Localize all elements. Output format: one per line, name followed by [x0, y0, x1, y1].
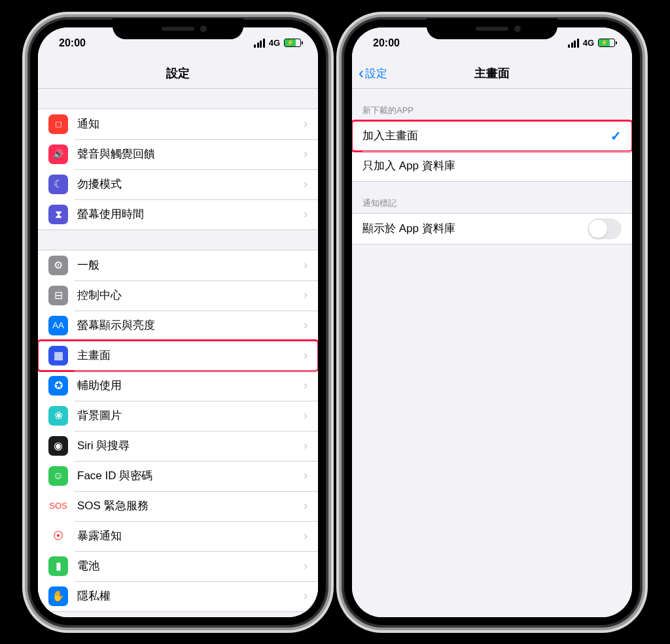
- new-download-options: 加入主畫面✓只加入 App 資料庫: [352, 120, 632, 182]
- back-button[interactable]: ‹ 設定: [359, 65, 387, 81]
- row-label: 一般: [77, 258, 304, 273]
- row-label: 只加入 App 資料庫: [362, 158, 622, 173]
- dnd-icon: ☾: [48, 175, 68, 194]
- settings-row-notifications[interactable]: ◻︎通知›: [38, 109, 318, 139]
- chevron-right-icon: ›: [304, 177, 308, 191]
- row-label: 隱私權: [77, 588, 304, 603]
- row-show-in-app-library[interactable]: 顯示於 App 資料庫: [352, 214, 632, 244]
- settings-row-dnd[interactable]: ☾勿擾模式›: [38, 169, 318, 199]
- siri-icon: ◉: [48, 436, 68, 456]
- badge-options: 顯示於 App 資料庫: [352, 213, 632, 245]
- exposure-icon: ⦿: [48, 526, 68, 546]
- chevron-right-icon: ›: [304, 117, 308, 131]
- row-label: 加入主畫面: [362, 128, 610, 143]
- row-label: Face ID 與密碼: [77, 468, 304, 483]
- row-label: 主畫面: [77, 348, 304, 363]
- chevron-right-icon: ›: [304, 379, 308, 392]
- homescreen-icon: ▦: [48, 346, 68, 365]
- faceid-icon: ☺: [48, 466, 68, 486]
- option-row-addlib[interactable]: 只加入 App 資料庫: [352, 151, 632, 181]
- settings-row-accessibility[interactable]: ✪輔助使用›: [38, 371, 318, 401]
- settings-row-exposure[interactable]: ⦿暴露通知›: [38, 521, 318, 551]
- screentime-icon: ⧗: [48, 205, 68, 224]
- row-label: 螢幕使用時間: [77, 207, 304, 222]
- row-label: 控制中心: [77, 288, 304, 303]
- row-label: Siri 與搜尋: [77, 438, 304, 453]
- chevron-right-icon: ›: [304, 439, 308, 452]
- phone-right: 20:00 4G ⚡ ‹ 設定 主畫面 新下載的APP 加入主畫面✓只加入 Ap…: [343, 18, 641, 626]
- chevron-right-icon: ›: [304, 589, 308, 603]
- page-title: 設定: [166, 65, 190, 81]
- settings-row-homescreen[interactable]: ▦主畫面›: [38, 341, 318, 371]
- battery-icon: ⚡: [284, 39, 301, 47]
- sos-icon: SOS: [48, 496, 68, 516]
- option-row-addhome[interactable]: 加入主畫面✓: [352, 121, 632, 151]
- display-icon: AA: [48, 316, 68, 335]
- notch: [427, 18, 557, 39]
- checkmark-icon: ✓: [610, 128, 622, 144]
- settings-row-battery[interactable]: ▮電池›: [38, 551, 318, 581]
- network-label: 4G: [269, 38, 280, 48]
- general-icon: ⚙: [48, 256, 68, 275]
- settings-row-faceid[interactable]: ☺Face ID 與密碼›: [38, 461, 318, 491]
- settings-row-control[interactable]: ⊟控制中心›: [38, 280, 318, 311]
- row-label: 顯示於 App 資料庫: [362, 221, 588, 236]
- settings-scroll[interactable]: ◻︎通知›🔊聲音與觸覺回饋›☾勿擾模式›⧗螢幕使用時間› ⚙一般›⊟控制中心›A…: [38, 89, 318, 617]
- row-label: 螢幕顯示與亮度: [77, 318, 304, 333]
- battery-icon: ▮: [48, 556, 68, 576]
- nav-bar: ‹ 設定 主畫面: [352, 59, 632, 89]
- status-right: 4G ⚡: [568, 38, 615, 48]
- settings-row-screentime[interactable]: ⧗螢幕使用時間›: [38, 199, 318, 229]
- network-label: 4G: [583, 38, 594, 48]
- chevron-right-icon: ›: [304, 288, 308, 302]
- chevron-left-icon: ‹: [359, 65, 364, 81]
- nav-bar: 設定: [38, 59, 318, 89]
- settings-row-sos[interactable]: SOSSOS 緊急服務›: [38, 491, 318, 521]
- settings-row-privacy[interactable]: ✋隱私權›: [38, 581, 318, 611]
- row-label: 通知: [77, 116, 304, 131]
- status-time: 20:00: [373, 37, 400, 49]
- control-icon: ⊟: [48, 286, 68, 305]
- row-label: 暴露通知: [77, 528, 304, 543]
- settings-row-wallpaper[interactable]: ❀背景圖片›: [38, 401, 318, 431]
- row-label: 電池: [77, 558, 304, 573]
- row-label: 勿擾模式: [77, 177, 304, 192]
- settings-row-sounds[interactable]: 🔊聲音與觸覺回饋›: [38, 139, 318, 169]
- chevron-right-icon: ›: [304, 258, 308, 272]
- row-label: 輔助使用: [77, 378, 304, 393]
- privacy-icon: ✋: [48, 586, 68, 606]
- row-label: 聲音與觸覺回饋: [77, 146, 304, 161]
- accessibility-icon: ✪: [48, 376, 68, 396]
- chevron-right-icon: ›: [304, 147, 308, 161]
- cellular-signal-icon: [254, 39, 265, 48]
- chevron-right-icon: ›: [304, 499, 308, 513]
- settings-group-2: ⚙一般›⊟控制中心›AA螢幕顯示與亮度›▦主畫面›✪輔助使用›❀背景圖片›◉Si…: [38, 250, 318, 612]
- chevron-right-icon: ›: [304, 409, 308, 422]
- screen-settings: 20:00 4G ⚡ 設定 ◻︎通知›🔊聲音與觸覺回饋›☾勿擾模式›⧗螢幕使用時…: [38, 27, 318, 617]
- screen-homescreen-settings: 20:00 4G ⚡ ‹ 設定 主畫面 新下載的APP 加入主畫面✓只加入 Ap…: [352, 27, 632, 617]
- toggle-show-in-app-library[interactable]: [588, 218, 622, 239]
- row-label: SOS 緊急服務: [77, 498, 304, 513]
- status-right: 4G ⚡: [254, 38, 301, 48]
- sounds-icon: 🔊: [48, 144, 68, 164]
- page-title: 主畫面: [474, 65, 510, 81]
- row-label: 背景圖片: [77, 408, 304, 423]
- homescreen-settings-scroll[interactable]: 新下載的APP 加入主畫面✓只加入 App 資料庫 通知標記 顯示於 App 資…: [352, 89, 632, 617]
- chevron-right-icon: ›: [304, 318, 308, 332]
- notch: [113, 18, 243, 39]
- status-time: 20:00: [59, 37, 86, 49]
- phone-left: 20:00 4G ⚡ 設定 ◻︎通知›🔊聲音與觸覺回饋›☾勿擾模式›⧗螢幕使用時…: [29, 18, 327, 626]
- settings-row-siri[interactable]: ◉Siri 與搜尋›: [38, 431, 318, 461]
- section-header-new-apps: 新下載的APP: [352, 89, 632, 120]
- charging-icon: ⚡: [287, 40, 294, 46]
- back-label: 設定: [365, 66, 387, 81]
- settings-row-general[interactable]: ⚙一般›: [38, 250, 318, 280]
- notifications-icon: ◻︎: [48, 114, 68, 134]
- chevron-right-icon: ›: [304, 469, 308, 483]
- cellular-signal-icon: [568, 39, 579, 48]
- section-header-badges: 通知標記: [352, 182, 632, 213]
- settings-group-1: ◻︎通知›🔊聲音與觸覺回饋›☾勿擾模式›⧗螢幕使用時間›: [38, 109, 318, 230]
- chevron-right-icon: ›: [304, 348, 308, 362]
- chevron-right-icon: ›: [304, 207, 308, 221]
- settings-row-display[interactable]: AA螢幕顯示與亮度›: [38, 311, 318, 341]
